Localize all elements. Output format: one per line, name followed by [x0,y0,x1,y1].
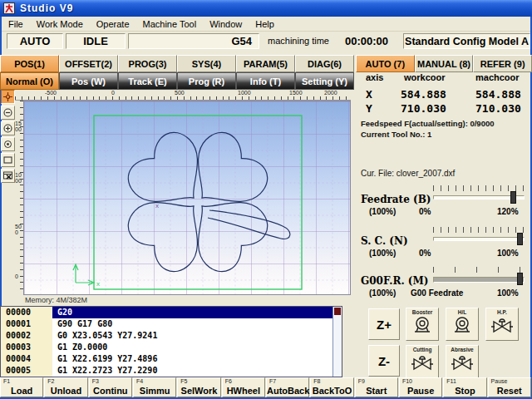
menu-work-mode[interactable]: Work Mode [30,17,90,31]
toolpath-canvas[interactable]: x x [23,101,351,295]
tab-offset[interactable]: OFFSET(2) [59,55,118,72]
menu-machine-tool[interactable]: Machine Tool [136,17,204,31]
sc-current: (100%) [369,249,396,258]
tab-manual[interactable]: MANUAL (8) [415,55,474,72]
mode-tabs: AUTO (7) MANUAL (8) REFER (9) [356,55,532,72]
hp-label: H.P. [497,309,507,315]
machcoor-header: machcoor [475,72,520,82]
fkey-hint: F5 [180,378,187,384]
reset-button[interactable]: Pause Reset [488,377,531,397]
abrasive-button[interactable]: Abrasive [446,345,479,378]
subtab-normal[interactable]: Normal (O) [0,72,59,90]
unload-button[interactable]: F2 Unload [44,377,87,397]
booster-button[interactable]: Booster [406,308,439,341]
coord-table-header: axis workcoor machcoor [354,72,532,89]
h-ruler-label: -500 [45,90,57,96]
booster-label: Booster [412,309,433,315]
program-line[interactable]: 00004 G1 X22.6199 Y27.4896 [1,353,342,365]
menu-help[interactable]: Help [249,17,281,31]
line-number: 00005 [1,365,52,377]
y-machcoor: 710.030 [475,102,521,115]
start-button[interactable]: F9 Start [355,377,398,397]
g00-thumb[interactable] [517,273,523,285]
load-button[interactable]: F1 Load [0,377,43,397]
program-line[interactable]: 00000 G20 [1,307,342,318]
hl-pump-icon [452,315,472,335]
machining-time-value: 00:00:00 [345,35,388,47]
tab-auto[interactable]: AUTO (7) [356,55,415,72]
g00-max: 100% [497,288,519,298]
program-line[interactable]: 00003 G1 Z0.0000 [1,342,342,353]
fkey-label: Start [356,386,397,396]
fkey-label: HWheel [223,386,264,396]
menu-operate[interactable]: Operate [90,17,136,31]
tab-diag[interactable]: DIAG(6) [295,55,354,72]
z-minus-button[interactable]: Z- [368,345,400,377]
program-scrollbar[interactable] [332,307,342,377]
pause-button[interactable]: F10 Pause [399,377,442,397]
backtoorigin-button[interactable]: F8 BackToO [310,377,353,397]
scrollbar-thumb[interactable] [334,308,341,315]
stop-button[interactable]: F11 Stop [443,377,486,397]
menu-file[interactable]: File [2,17,30,31]
booster-pump-icon [412,315,432,335]
feedrate-slider-block: Feedrate (B) (100%) 0% 120% [354,184,532,222]
tab-sys[interactable]: SYS(4) [177,55,236,72]
title-bar[interactable]: Studio V9 [0,0,532,17]
sc-slider[interactable] [433,237,525,241]
sc-ticks [433,227,525,233]
center-view-icon [3,92,12,101]
tab-prog[interactable]: PROG(3) [118,55,177,72]
fkey-hint: F2 [47,378,54,384]
subtab-setting[interactable]: Setting (Y) [295,72,354,90]
feedrate-thumb[interactable] [510,191,516,204]
cutting-valve-icon [411,352,433,372]
zoom-out-button[interactable] [1,106,15,120]
fkey-label: Continu [90,386,131,396]
tab-pos[interactable]: POS(1) [0,55,59,72]
subtab-info[interactable]: Info (T) [236,72,295,90]
subtab-track[interactable]: Track (E) [118,72,177,90]
feedrate-max: 120% [497,207,519,216]
v-ruler-label: 1000 [15,172,22,184]
gcode-text: G1 X22.2723 Y27.2290 [52,365,332,377]
subtab-pos[interactable]: Pos (W) [59,72,118,90]
continue-button[interactable]: F3 Continu [89,377,132,397]
g00-mid-label: G00 Feedrate [411,288,463,298]
x-machcoor: 584.888 [475,88,521,101]
function-key-bar: F1 Load F2 Unload F3 Continu F4 Simmu F5… [0,377,532,397]
y-axis-row: Y 710.030 710.030 [354,102,532,116]
program-listing[interactable]: 00000 G20 00001 G90 G17 G80 00002 G0 X23… [0,306,342,377]
autoback-button[interactable]: F7 AutoBack [266,377,309,397]
zoom-in-button[interactable] [1,121,15,135]
hp-button[interactable]: H.P. [485,308,519,341]
selwork-button[interactable]: F5 SelWork [177,377,220,397]
cutting-button[interactable]: Cutting [406,345,439,378]
fkey-hint: F10 [402,378,412,384]
hl-button[interactable]: H/L [446,308,479,341]
subtab-prog[interactable]: Prog (R) [177,72,236,90]
z-plus-button[interactable]: Z+ [368,308,400,340]
handwheel-button[interactable]: F6 HWheel [222,377,265,397]
fkey-label: Reset [489,386,530,396]
h-ruler-label: 0 [111,90,115,96]
feedrate-slider[interactable] [433,195,525,200]
auto-panel: axis workcoor machcoor X 584.888 584.888… [354,72,532,378]
simulate-button[interactable]: F4 Simmu [133,377,176,397]
tab-param[interactable]: PARAM(5) [236,55,295,72]
fkey-hint: Pause [491,378,508,384]
h-ruler-label: 1500 [289,90,303,96]
clear-trace-button[interactable] [1,169,15,183]
sc-thumb[interactable] [517,233,523,245]
zoom-window-button[interactable] [1,153,15,167]
program-line[interactable]: 00005 G1 X22.2723 Y27.2290 [1,365,342,377]
program-line[interactable]: 00001 G90 G17 G80 [1,318,342,330]
g00-slider[interactable] [433,277,525,283]
fkey-label: BackToO [311,386,352,396]
tab-refer[interactable]: REFER (9) [473,55,532,72]
program-line[interactable]: 00002 G0 X23.0543 Y27.9241 [1,330,342,342]
menu-window[interactable]: Window [203,17,249,31]
locate-button[interactable] [1,137,15,151]
center-view-button[interactable] [1,90,15,104]
line-number: 00001 [1,318,52,330]
